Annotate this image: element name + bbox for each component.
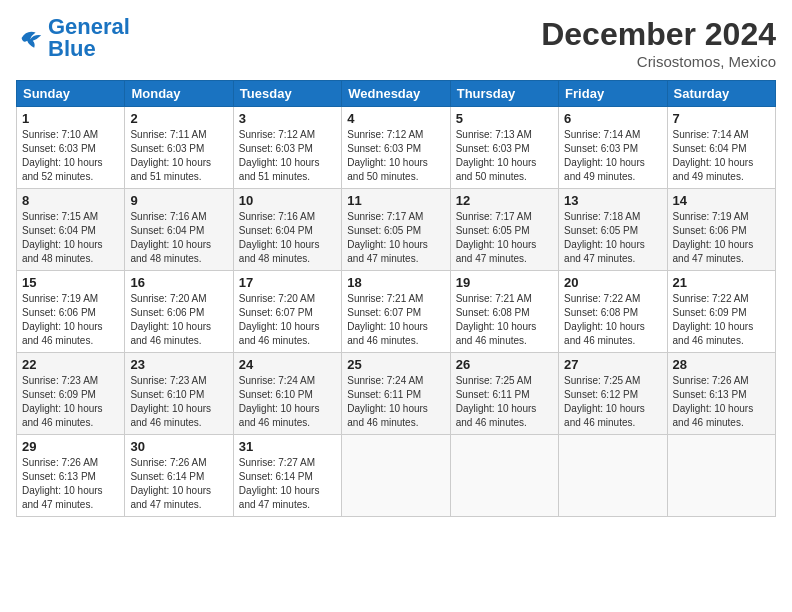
calendar-week-5: 29Sunrise: 7:26 AM Sunset: 6:13 PM Dayli…: [17, 435, 776, 517]
calendar-cell: 20Sunrise: 7:22 AM Sunset: 6:08 PM Dayli…: [559, 271, 667, 353]
day-number: 8: [22, 193, 119, 208]
calendar-cell: [450, 435, 558, 517]
calendar-cell: 1Sunrise: 7:10 AM Sunset: 6:03 PM Daylig…: [17, 107, 125, 189]
calendar-cell: 30Sunrise: 7:26 AM Sunset: 6:14 PM Dayli…: [125, 435, 233, 517]
day-number: 31: [239, 439, 336, 454]
day-number: 13: [564, 193, 661, 208]
calendar-cell: 2Sunrise: 7:11 AM Sunset: 6:03 PM Daylig…: [125, 107, 233, 189]
logo: GeneralBlue: [16, 16, 130, 60]
title-block: December 2024 Crisostomos, Mexico: [541, 16, 776, 70]
calendar-cell: 29Sunrise: 7:26 AM Sunset: 6:13 PM Dayli…: [17, 435, 125, 517]
day-number: 1: [22, 111, 119, 126]
calendar-cell: 3Sunrise: 7:12 AM Sunset: 6:03 PM Daylig…: [233, 107, 341, 189]
day-number: 28: [673, 357, 770, 372]
day-info: Sunrise: 7:12 AM Sunset: 6:03 PM Dayligh…: [347, 128, 444, 184]
day-info: Sunrise: 7:18 AM Sunset: 6:05 PM Dayligh…: [564, 210, 661, 266]
day-info: Sunrise: 7:11 AM Sunset: 6:03 PM Dayligh…: [130, 128, 227, 184]
calendar-cell: 9Sunrise: 7:16 AM Sunset: 6:04 PM Daylig…: [125, 189, 233, 271]
day-number: 15: [22, 275, 119, 290]
day-info: Sunrise: 7:16 AM Sunset: 6:04 PM Dayligh…: [130, 210, 227, 266]
day-info: Sunrise: 7:20 AM Sunset: 6:06 PM Dayligh…: [130, 292, 227, 348]
calendar-cell: 4Sunrise: 7:12 AM Sunset: 6:03 PM Daylig…: [342, 107, 450, 189]
header: GeneralBlue December 2024 Crisostomos, M…: [16, 16, 776, 70]
weekday-header-tuesday: Tuesday: [233, 81, 341, 107]
day-number: 6: [564, 111, 661, 126]
day-number: 30: [130, 439, 227, 454]
calendar-cell: 22Sunrise: 7:23 AM Sunset: 6:09 PM Dayli…: [17, 353, 125, 435]
weekday-header-monday: Monday: [125, 81, 233, 107]
day-info: Sunrise: 7:13 AM Sunset: 6:03 PM Dayligh…: [456, 128, 553, 184]
calendar-table: SundayMondayTuesdayWednesdayThursdayFrid…: [16, 80, 776, 517]
day-info: Sunrise: 7:25 AM Sunset: 6:12 PM Dayligh…: [564, 374, 661, 430]
day-number: 24: [239, 357, 336, 372]
day-info: Sunrise: 7:26 AM Sunset: 6:14 PM Dayligh…: [130, 456, 227, 512]
day-info: Sunrise: 7:19 AM Sunset: 6:06 PM Dayligh…: [22, 292, 119, 348]
day-info: Sunrise: 7:27 AM Sunset: 6:14 PM Dayligh…: [239, 456, 336, 512]
day-number: 29: [22, 439, 119, 454]
calendar-cell: 10Sunrise: 7:16 AM Sunset: 6:04 PM Dayli…: [233, 189, 341, 271]
weekday-header-row: SundayMondayTuesdayWednesdayThursdayFrid…: [17, 81, 776, 107]
calendar-cell: 15Sunrise: 7:19 AM Sunset: 6:06 PM Dayli…: [17, 271, 125, 353]
day-info: Sunrise: 7:24 AM Sunset: 6:10 PM Dayligh…: [239, 374, 336, 430]
day-info: Sunrise: 7:24 AM Sunset: 6:11 PM Dayligh…: [347, 374, 444, 430]
calendar-cell: [342, 435, 450, 517]
weekday-header-sunday: Sunday: [17, 81, 125, 107]
day-info: Sunrise: 7:22 AM Sunset: 6:09 PM Dayligh…: [673, 292, 770, 348]
day-number: 3: [239, 111, 336, 126]
day-number: 5: [456, 111, 553, 126]
calendar-cell: 11Sunrise: 7:17 AM Sunset: 6:05 PM Dayli…: [342, 189, 450, 271]
calendar-cell: 5Sunrise: 7:13 AM Sunset: 6:03 PM Daylig…: [450, 107, 558, 189]
day-info: Sunrise: 7:17 AM Sunset: 6:05 PM Dayligh…: [456, 210, 553, 266]
day-info: Sunrise: 7:14 AM Sunset: 6:04 PM Dayligh…: [673, 128, 770, 184]
calendar-cell: 31Sunrise: 7:27 AM Sunset: 6:14 PM Dayli…: [233, 435, 341, 517]
day-number: 21: [673, 275, 770, 290]
calendar-cell: [559, 435, 667, 517]
day-info: Sunrise: 7:16 AM Sunset: 6:04 PM Dayligh…: [239, 210, 336, 266]
calendar-cell: 25Sunrise: 7:24 AM Sunset: 6:11 PM Dayli…: [342, 353, 450, 435]
calendar-cell: 13Sunrise: 7:18 AM Sunset: 6:05 PM Dayli…: [559, 189, 667, 271]
day-number: 17: [239, 275, 336, 290]
calendar-cell: [667, 435, 775, 517]
calendar-cell: 8Sunrise: 7:15 AM Sunset: 6:04 PM Daylig…: [17, 189, 125, 271]
weekday-header-friday: Friday: [559, 81, 667, 107]
calendar-cell: 23Sunrise: 7:23 AM Sunset: 6:10 PM Dayli…: [125, 353, 233, 435]
day-number: 27: [564, 357, 661, 372]
calendar-week-4: 22Sunrise: 7:23 AM Sunset: 6:09 PM Dayli…: [17, 353, 776, 435]
logo-bird-icon: [16, 24, 44, 52]
day-info: Sunrise: 7:22 AM Sunset: 6:08 PM Dayligh…: [564, 292, 661, 348]
calendar-cell: 26Sunrise: 7:25 AM Sunset: 6:11 PM Dayli…: [450, 353, 558, 435]
day-number: 12: [456, 193, 553, 208]
calendar-cell: 12Sunrise: 7:17 AM Sunset: 6:05 PM Dayli…: [450, 189, 558, 271]
calendar-cell: 14Sunrise: 7:19 AM Sunset: 6:06 PM Dayli…: [667, 189, 775, 271]
calendar-cell: 28Sunrise: 7:26 AM Sunset: 6:13 PM Dayli…: [667, 353, 775, 435]
calendar-week-3: 15Sunrise: 7:19 AM Sunset: 6:06 PM Dayli…: [17, 271, 776, 353]
day-number: 26: [456, 357, 553, 372]
day-number: 18: [347, 275, 444, 290]
weekday-header-thursday: Thursday: [450, 81, 558, 107]
calendar-cell: 6Sunrise: 7:14 AM Sunset: 6:03 PM Daylig…: [559, 107, 667, 189]
day-info: Sunrise: 7:10 AM Sunset: 6:03 PM Dayligh…: [22, 128, 119, 184]
calendar-cell: 21Sunrise: 7:22 AM Sunset: 6:09 PM Dayli…: [667, 271, 775, 353]
day-info: Sunrise: 7:25 AM Sunset: 6:11 PM Dayligh…: [456, 374, 553, 430]
calendar-cell: 16Sunrise: 7:20 AM Sunset: 6:06 PM Dayli…: [125, 271, 233, 353]
weekday-header-saturday: Saturday: [667, 81, 775, 107]
day-info: Sunrise: 7:15 AM Sunset: 6:04 PM Dayligh…: [22, 210, 119, 266]
calendar-cell: 27Sunrise: 7:25 AM Sunset: 6:12 PM Dayli…: [559, 353, 667, 435]
calendar-container: GeneralBlue December 2024 Crisostomos, M…: [0, 0, 792, 525]
location: Crisostomos, Mexico: [541, 53, 776, 70]
calendar-cell: 18Sunrise: 7:21 AM Sunset: 6:07 PM Dayli…: [342, 271, 450, 353]
calendar-cell: 24Sunrise: 7:24 AM Sunset: 6:10 PM Dayli…: [233, 353, 341, 435]
day-number: 25: [347, 357, 444, 372]
day-number: 2: [130, 111, 227, 126]
calendar-week-2: 8Sunrise: 7:15 AM Sunset: 6:04 PM Daylig…: [17, 189, 776, 271]
day-number: 4: [347, 111, 444, 126]
day-info: Sunrise: 7:21 AM Sunset: 6:07 PM Dayligh…: [347, 292, 444, 348]
day-number: 10: [239, 193, 336, 208]
day-number: 14: [673, 193, 770, 208]
day-info: Sunrise: 7:19 AM Sunset: 6:06 PM Dayligh…: [673, 210, 770, 266]
day-number: 7: [673, 111, 770, 126]
month-title: December 2024: [541, 16, 776, 53]
calendar-cell: 7Sunrise: 7:14 AM Sunset: 6:04 PM Daylig…: [667, 107, 775, 189]
day-info: Sunrise: 7:17 AM Sunset: 6:05 PM Dayligh…: [347, 210, 444, 266]
day-info: Sunrise: 7:20 AM Sunset: 6:07 PM Dayligh…: [239, 292, 336, 348]
